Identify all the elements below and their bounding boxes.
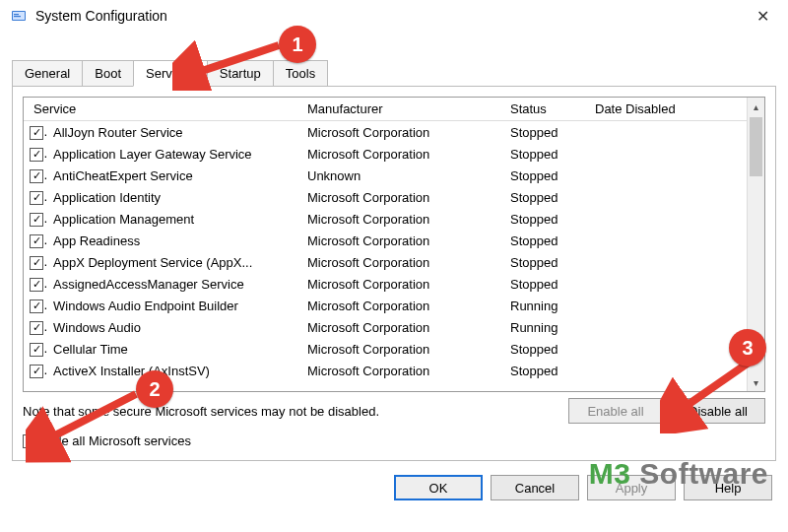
tab-services[interactable]: Services xyxy=(133,60,208,87)
cell-service: ActiveX Installer (AxInstSV) xyxy=(47,360,301,382)
button-label: Help xyxy=(715,481,742,496)
button-label: Enable all xyxy=(587,404,643,419)
cell-date-disabled xyxy=(589,301,764,309)
row-checkbox[interactable]: ✓ xyxy=(30,213,43,227)
cell-manufacturer: Microsoft Corporation xyxy=(301,360,504,382)
cell-service: Application Layer Gateway Service xyxy=(47,143,301,166)
table-row[interactable]: ✓AllJoyn Router ServiceMicrosoft Corpora… xyxy=(24,121,764,143)
cell-status: Stopped xyxy=(504,208,589,231)
tab-startup[interactable]: Startup xyxy=(207,60,274,86)
cell-service: AllJoyn Router Service xyxy=(47,121,301,144)
note-text: Note that some secure Microsoft services… xyxy=(23,404,560,419)
cell-service: Application Management xyxy=(47,208,301,231)
table-row[interactable]: ✓AppX Deployment Service (AppX...Microso… xyxy=(24,251,764,273)
scroll-down-icon[interactable]: ▾ xyxy=(748,373,764,391)
cell-date-disabled xyxy=(589,280,764,288)
cell-manufacturer: Microsoft Corporation xyxy=(301,338,504,361)
cell-status: Running xyxy=(504,316,589,339)
row-checkbox[interactable]: ✓ xyxy=(30,343,43,357)
list-body: ✓AllJoyn Router ServiceMicrosoft Corpora… xyxy=(24,121,764,391)
button-label: OK xyxy=(429,481,448,496)
cell-date-disabled xyxy=(589,236,764,244)
table-row[interactable]: ✓AntiCheatExpert ServiceUnknownStopped xyxy=(24,165,764,186)
cell-manufacturer: Microsoft Corporation xyxy=(301,273,504,296)
tab-panel-services: Service Manufacturer Status Date Disable… xyxy=(12,86,776,461)
cell-date-disabled xyxy=(589,366,764,374)
row-checkbox[interactable]: ✓ xyxy=(30,126,43,140)
enable-all-button[interactable]: Enable all xyxy=(568,398,663,424)
row-checkbox[interactable]: ✓ xyxy=(30,299,43,313)
col-header-date-disabled[interactable]: Date Disabled xyxy=(589,98,764,120)
row-checkbox[interactable]: ✓ xyxy=(30,169,43,183)
cell-service: Windows Audio xyxy=(47,316,301,339)
table-row[interactable]: ✓Application Layer Gateway ServiceMicros… xyxy=(24,143,764,165)
cell-date-disabled xyxy=(589,258,764,266)
table-row[interactable]: ✓Application IdentityMicrosoft Corporati… xyxy=(24,186,764,208)
row-checkbox[interactable]: ✓ xyxy=(30,191,43,205)
cell-service: AssignedAccessManager Service xyxy=(47,273,301,296)
cell-status: Stopped xyxy=(504,251,589,274)
ok-button[interactable]: OK xyxy=(394,475,483,500)
scroll-up-icon[interactable]: ▴ xyxy=(748,98,764,115)
cell-manufacturer: Microsoft Corporation xyxy=(301,251,504,274)
close-button[interactable]: ✕ xyxy=(747,7,778,26)
cell-service: App Readiness xyxy=(47,230,301,252)
cell-status: Stopped xyxy=(504,121,589,144)
services-list: Service Manufacturer Status Date Disable… xyxy=(23,97,765,392)
svg-rect-2 xyxy=(14,14,19,15)
col-header-service[interactable]: Service xyxy=(24,98,301,120)
col-header-status[interactable]: Status xyxy=(504,98,589,120)
cell-service: Cellular Time xyxy=(47,338,301,361)
help-button[interactable]: Help xyxy=(684,475,772,500)
tab-label: General xyxy=(25,66,70,81)
table-row[interactable]: ✓ActiveX Installer (AxInstSV)Microsoft C… xyxy=(24,360,764,381)
app-icon xyxy=(10,7,28,25)
disable-all-button[interactable]: Disable all xyxy=(671,398,765,424)
table-row[interactable]: ✓AssignedAccessManager ServiceMicrosoft … xyxy=(24,273,764,295)
cell-date-disabled xyxy=(589,171,764,179)
row-checkbox[interactable]: ✓ xyxy=(30,234,43,248)
cell-manufacturer: Microsoft Corporation xyxy=(301,121,504,144)
cancel-button[interactable]: Cancel xyxy=(491,475,579,500)
table-row[interactable]: ✓App ReadinessMicrosoft CorporationStopp… xyxy=(24,230,764,251)
scroll-thumb[interactable] xyxy=(750,117,762,176)
row-checkbox[interactable]: ✓ xyxy=(30,321,43,335)
cell-status: Stopped xyxy=(504,360,589,382)
cell-date-disabled xyxy=(589,215,764,223)
cell-date-disabled xyxy=(589,128,764,136)
cell-manufacturer: Microsoft Corporation xyxy=(301,230,504,252)
annotation-badge-3: 3 xyxy=(729,329,766,366)
cell-date-disabled xyxy=(589,323,764,331)
note-row: Note that some secure Microsoft services… xyxy=(23,398,765,424)
table-row[interactable]: ✓Application ManagementMicrosoft Corpora… xyxy=(24,208,764,230)
svg-rect-3 xyxy=(14,16,21,17)
button-label: Cancel xyxy=(515,481,555,496)
table-row[interactable]: ✓Windows Audio Endpoint BuilderMicrosoft… xyxy=(24,295,764,316)
table-row[interactable]: ✓Windows AudioMicrosoft CorporationRunni… xyxy=(24,316,764,338)
cell-manufacturer: Microsoft Corporation xyxy=(301,295,504,317)
button-label: Disable all xyxy=(689,404,748,419)
cell-status: Stopped xyxy=(504,186,589,209)
window-title: System Configuration xyxy=(35,8,747,24)
cell-status: Running xyxy=(504,295,589,317)
annotation-badge-2: 2 xyxy=(136,370,173,408)
row-checkbox[interactable]: ✓ xyxy=(30,278,43,292)
cell-status: Stopped xyxy=(504,273,589,296)
dialog-buttons: OK Cancel Apply Help xyxy=(0,461,788,500)
apply-button[interactable]: Apply xyxy=(587,475,676,500)
list-header: Service Manufacturer Status Date Disable… xyxy=(24,98,764,121)
cell-service: AppX Deployment Service (AppX... xyxy=(47,251,301,274)
table-row[interactable]: ✓Cellular TimeMicrosoft CorporationStopp… xyxy=(24,338,764,360)
cell-service: Windows Audio Endpoint Builder xyxy=(47,295,301,317)
tab-general[interactable]: General xyxy=(12,60,83,86)
tab-tools[interactable]: Tools xyxy=(273,60,328,86)
row-checkbox[interactable]: ✓ xyxy=(30,256,43,270)
row-checkbox[interactable]: ✓ xyxy=(30,365,43,378)
cell-date-disabled xyxy=(589,150,764,158)
col-header-manufacturer[interactable]: Manufacturer xyxy=(301,98,504,120)
tab-boot[interactable]: Boot xyxy=(82,60,134,86)
hide-ms-checkbox[interactable] xyxy=(23,434,36,448)
hide-ms-row: Hide all Microsoft services xyxy=(23,433,765,448)
cell-service: AntiCheatExpert Service xyxy=(47,165,301,187)
row-checkbox[interactable]: ✓ xyxy=(30,148,43,162)
